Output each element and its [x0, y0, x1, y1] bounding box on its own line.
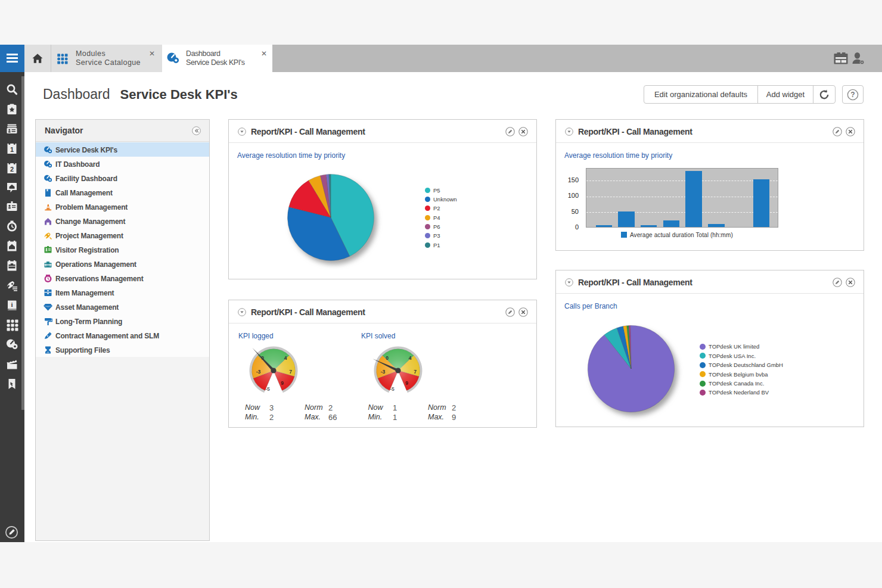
svg-text:?: ?: [850, 91, 855, 99]
svg-text:2: 2: [10, 166, 14, 173]
svg-text:7: 7: [414, 369, 417, 375]
svg-text:4: 4: [284, 355, 287, 361]
svg-text:4: 4: [408, 355, 411, 361]
svg-text:-5: -5: [390, 386, 395, 392]
svg-text:-5: -5: [265, 386, 270, 392]
svg-text:-3: -3: [380, 369, 385, 375]
svg-text:9: 9: [281, 380, 284, 386]
svg-text:7: 7: [289, 369, 292, 375]
svg-text:1: 1: [10, 146, 14, 153]
svg-text:-3: -3: [256, 369, 261, 375]
svg-text:i: i: [11, 301, 13, 308]
svg-text:0: 0: [386, 355, 389, 361]
svg-text:9: 9: [405, 380, 408, 386]
